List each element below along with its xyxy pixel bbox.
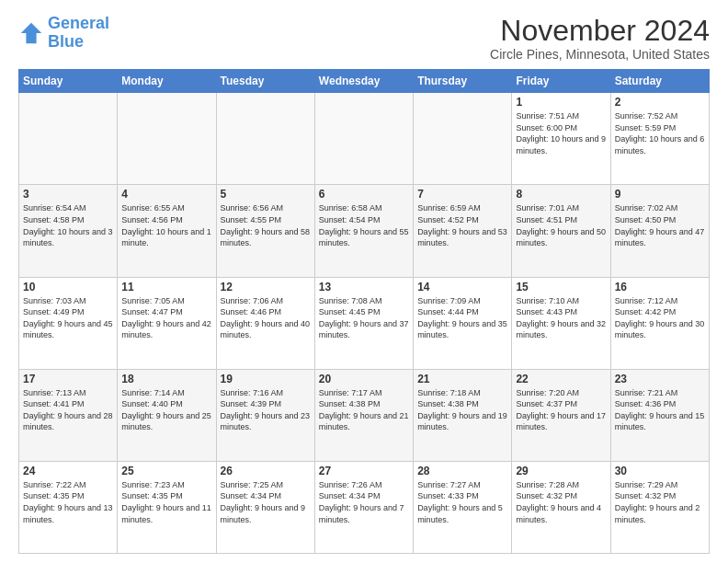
day-info: Sunrise: 7:17 AM Sunset: 4:38 PM Dayligh… [319, 387, 409, 433]
calendar-cell [314, 93, 413, 185]
calendar-cell: 3Sunrise: 6:54 AM Sunset: 4:58 PM Daylig… [19, 185, 118, 277]
calendar: SundayMondayTuesdayWednesdayThursdayFrid… [18, 69, 710, 554]
calendar-week-4: 24Sunrise: 7:22 AM Sunset: 4:35 PM Dayli… [19, 461, 710, 553]
day-number: 5 [221, 188, 311, 201]
day-number: 27 [319, 465, 409, 477]
calendar-cell: 11Sunrise: 7:05 AM Sunset: 4:47 PM Dayli… [118, 277, 216, 369]
location: Circle Pines, Minnesota, United States [490, 47, 710, 62]
calendar-cell: 24Sunrise: 7:22 AM Sunset: 4:35 PM Dayli… [19, 461, 118, 553]
calendar-header-saturday: Saturday [610, 70, 709, 93]
calendar-week-3: 17Sunrise: 7:13 AM Sunset: 4:41 PM Dayli… [19, 369, 710, 461]
calendar-cell: 20Sunrise: 7:17 AM Sunset: 4:38 PM Dayli… [314, 369, 413, 461]
calendar-cell [216, 93, 314, 185]
calendar-week-2: 10Sunrise: 7:03 AM Sunset: 4:49 PM Dayli… [19, 277, 710, 369]
logo-text: General Blue [48, 15, 109, 52]
day-info: Sunrise: 7:26 AM Sunset: 4:34 PM Dayligh… [319, 479, 409, 525]
calendar-cell: 26Sunrise: 7:25 AM Sunset: 4:34 PM Dayli… [216, 461, 314, 553]
calendar-week-0: 1Sunrise: 7:51 AM Sunset: 6:00 PM Daylig… [19, 93, 710, 185]
day-info: Sunrise: 6:58 AM Sunset: 4:54 PM Dayligh… [319, 202, 409, 248]
calendar-cell [414, 93, 512, 185]
day-number: 24 [23, 465, 113, 477]
day-number: 26 [221, 465, 311, 477]
day-number: 20 [319, 373, 409, 385]
day-info: Sunrise: 6:59 AM Sunset: 4:52 PM Dayligh… [417, 202, 507, 248]
day-number: 12 [221, 281, 311, 293]
day-info: Sunrise: 7:14 AM Sunset: 4:40 PM Dayligh… [121, 387, 211, 433]
day-info: Sunrise: 7:16 AM Sunset: 4:39 PM Dayligh… [221, 387, 311, 433]
header: General Blue November 2024 Circle Pines,… [18, 15, 710, 62]
calendar-cell: 5Sunrise: 6:56 AM Sunset: 4:55 PM Daylig… [216, 185, 314, 277]
calendar-cell: 17Sunrise: 7:13 AM Sunset: 4:41 PM Dayli… [19, 369, 118, 461]
day-number: 13 [319, 281, 409, 293]
calendar-cell: 10Sunrise: 7:03 AM Sunset: 4:49 PM Dayli… [19, 277, 118, 369]
day-number: 29 [516, 465, 606, 477]
day-info: Sunrise: 7:01 AM Sunset: 4:51 PM Dayligh… [516, 202, 606, 248]
day-info: Sunrise: 7:12 AM Sunset: 4:42 PM Dayligh… [615, 295, 705, 341]
calendar-header-monday: Monday [118, 70, 216, 93]
day-info: Sunrise: 7:29 AM Sunset: 4:32 PM Dayligh… [615, 479, 705, 525]
calendar-cell: 29Sunrise: 7:28 AM Sunset: 4:32 PM Dayli… [512, 461, 610, 553]
day-number: 9 [615, 188, 705, 201]
day-info: Sunrise: 7:03 AM Sunset: 4:49 PM Dayligh… [23, 295, 113, 341]
calendar-cell: 2Sunrise: 7:52 AM Sunset: 5:59 PM Daylig… [610, 93, 709, 185]
month-title: November 2024 [490, 15, 710, 47]
calendar-cell: 18Sunrise: 7:14 AM Sunset: 4:40 PM Dayli… [118, 369, 216, 461]
calendar-cell: 30Sunrise: 7:29 AM Sunset: 4:32 PM Dayli… [610, 461, 709, 553]
day-info: Sunrise: 7:25 AM Sunset: 4:34 PM Dayligh… [221, 479, 311, 525]
calendar-week-1: 3Sunrise: 6:54 AM Sunset: 4:58 PM Daylig… [19, 185, 710, 277]
day-info: Sunrise: 7:27 AM Sunset: 4:33 PM Dayligh… [417, 479, 507, 525]
day-info: Sunrise: 7:02 AM Sunset: 4:50 PM Dayligh… [615, 202, 705, 248]
day-number: 10 [23, 281, 113, 293]
calendar-header-thursday: Thursday [414, 70, 512, 93]
day-info: Sunrise: 7:10 AM Sunset: 4:43 PM Dayligh… [516, 295, 606, 341]
day-number: 25 [121, 465, 211, 477]
calendar-header-wednesday: Wednesday [314, 70, 413, 93]
calendar-cell: 16Sunrise: 7:12 AM Sunset: 4:42 PM Dayli… [610, 277, 709, 369]
logo: General Blue [18, 15, 109, 52]
page: General Blue November 2024 Circle Pines,… [0, 0, 728, 563]
day-info: Sunrise: 7:06 AM Sunset: 4:46 PM Dayligh… [221, 295, 311, 341]
day-info: Sunrise: 7:09 AM Sunset: 4:44 PM Dayligh… [417, 295, 507, 341]
logo-icon [18, 20, 44, 46]
logo-line2: Blue [48, 32, 84, 51]
day-info: Sunrise: 7:52 AM Sunset: 5:59 PM Dayligh… [615, 110, 705, 156]
calendar-header-sunday: Sunday [19, 70, 118, 93]
calendar-cell [118, 93, 216, 185]
calendar-header-tuesday: Tuesday [216, 70, 314, 93]
day-number: 22 [516, 373, 606, 385]
calendar-cell: 8Sunrise: 7:01 AM Sunset: 4:51 PM Daylig… [512, 185, 610, 277]
day-number: 23 [615, 373, 705, 385]
day-info: Sunrise: 7:08 AM Sunset: 4:45 PM Dayligh… [319, 295, 409, 341]
day-info: Sunrise: 7:21 AM Sunset: 4:36 PM Dayligh… [615, 387, 705, 433]
day-number: 21 [417, 373, 507, 385]
day-number: 4 [121, 188, 211, 201]
day-info: Sunrise: 6:55 AM Sunset: 4:56 PM Dayligh… [121, 202, 211, 248]
calendar-cell: 27Sunrise: 7:26 AM Sunset: 4:34 PM Dayli… [314, 461, 413, 553]
day-info: Sunrise: 7:51 AM Sunset: 6:00 PM Dayligh… [516, 110, 606, 156]
day-info: Sunrise: 7:18 AM Sunset: 4:38 PM Dayligh… [417, 387, 507, 433]
day-number: 14 [417, 281, 507, 293]
day-info: Sunrise: 7:13 AM Sunset: 4:41 PM Dayligh… [23, 387, 113, 433]
calendar-cell: 15Sunrise: 7:10 AM Sunset: 4:43 PM Dayli… [512, 277, 610, 369]
day-number: 3 [23, 188, 113, 201]
calendar-cell: 28Sunrise: 7:27 AM Sunset: 4:33 PM Dayli… [414, 461, 512, 553]
day-info: Sunrise: 7:20 AM Sunset: 4:37 PM Dayligh… [516, 387, 606, 433]
day-number: 15 [516, 281, 606, 293]
calendar-cell: 23Sunrise: 7:21 AM Sunset: 4:36 PM Dayli… [610, 369, 709, 461]
day-number: 17 [23, 373, 113, 385]
calendar-cell: 4Sunrise: 6:55 AM Sunset: 4:56 PM Daylig… [118, 185, 216, 277]
calendar-cell: 12Sunrise: 7:06 AM Sunset: 4:46 PM Dayli… [216, 277, 314, 369]
calendar-cell: 1Sunrise: 7:51 AM Sunset: 6:00 PM Daylig… [512, 93, 610, 185]
calendar-header-row: SundayMondayTuesdayWednesdayThursdayFrid… [19, 70, 710, 93]
calendar-cell: 7Sunrise: 6:59 AM Sunset: 4:52 PM Daylig… [414, 185, 512, 277]
calendar-cell: 21Sunrise: 7:18 AM Sunset: 4:38 PM Dayli… [414, 369, 512, 461]
calendar-cell: 22Sunrise: 7:20 AM Sunset: 4:37 PM Dayli… [512, 369, 610, 461]
day-info: Sunrise: 7:05 AM Sunset: 4:47 PM Dayligh… [121, 295, 211, 341]
day-number: 6 [319, 188, 409, 201]
day-number: 16 [615, 281, 705, 293]
day-number: 7 [417, 188, 507, 201]
calendar-cell: 13Sunrise: 7:08 AM Sunset: 4:45 PM Dayli… [314, 277, 413, 369]
svg-marker-0 [21, 23, 41, 43]
day-number: 18 [121, 373, 211, 385]
logo-line1: General [48, 14, 109, 32]
